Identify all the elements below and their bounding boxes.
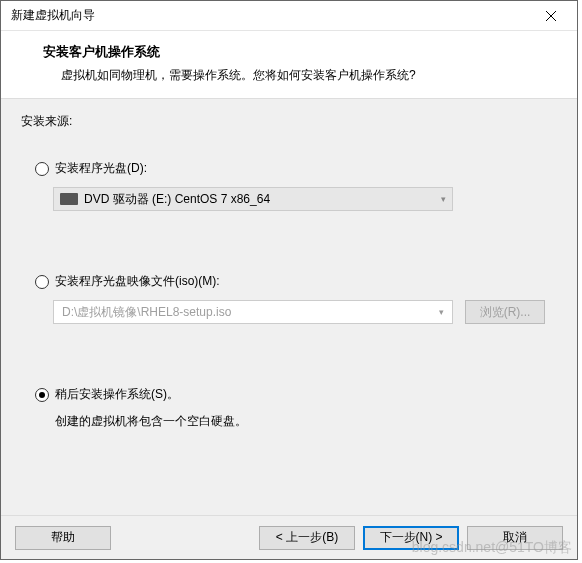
iso-path-text: D:\虚拟机镜像\RHEL8-setup.iso xyxy=(62,304,439,321)
option-disc: 安装程序光盘(D): DVD 驱动器 (E:) CentOS 7 x86_64 … xyxy=(21,160,557,211)
radio-iso-label: 安装程序光盘映像文件(iso)(M): xyxy=(55,273,220,290)
next-button[interactable]: 下一步(N) > xyxy=(363,526,459,550)
radio-later[interactable] xyxy=(35,388,49,402)
radio-iso[interactable] xyxy=(35,275,49,289)
option-later: 稍后安装操作系统(S)。 创建的虚拟机将包含一个空白硬盘。 xyxy=(21,386,557,430)
chevron-down-icon: ▾ xyxy=(439,307,444,317)
option-iso: 安装程序光盘映像文件(iso)(M): D:\虚拟机镜像\RHEL8-setup… xyxy=(21,273,557,324)
install-source-label: 安装来源: xyxy=(21,113,557,130)
help-button[interactable]: 帮助 xyxy=(15,526,111,550)
radio-disc-row[interactable]: 安装程序光盘(D): xyxy=(35,160,557,177)
dvd-icon xyxy=(60,193,78,205)
close-button[interactable] xyxy=(533,2,569,30)
radio-disc[interactable] xyxy=(35,162,49,176)
disc-dropdown-text: DVD 驱动器 (E:) CentOS 7 x86_64 xyxy=(84,191,441,208)
iso-path-combobox[interactable]: D:\虚拟机镜像\RHEL8-setup.iso ▾ xyxy=(53,300,453,324)
radio-later-row[interactable]: 稍后安装操作系统(S)。 xyxy=(35,386,557,403)
wizard-window: 新建虚拟机向导 安装客户机操作系统 虚拟机如同物理机，需要操作系统。您将如何安装… xyxy=(0,0,578,560)
option-later-desc: 创建的虚拟机将包含一个空白硬盘。 xyxy=(55,413,557,430)
header-description: 虚拟机如同物理机，需要操作系统。您将如何安装客户机操作系统? xyxy=(61,67,555,84)
close-icon xyxy=(546,11,556,21)
radio-iso-row[interactable]: 安装程序光盘映像文件(iso)(M): xyxy=(35,273,557,290)
titlebar: 新建虚拟机向导 xyxy=(1,1,577,31)
browse-button[interactable]: 浏览(R)... xyxy=(465,300,545,324)
header-panel: 安装客户机操作系统 虚拟机如同物理机，需要操作系统。您将如何安装客户机操作系统? xyxy=(1,31,577,98)
chevron-down-icon: ▾ xyxy=(441,194,446,204)
radio-later-label: 稍后安装操作系统(S)。 xyxy=(55,386,179,403)
header-title: 安装客户机操作系统 xyxy=(43,43,555,61)
cancel-button[interactable]: 取消 xyxy=(467,526,563,550)
window-title: 新建虚拟机向导 xyxy=(11,7,95,24)
footer-panel: 帮助 < 上一步(B) 下一步(N) > 取消 xyxy=(1,515,577,559)
body-panel: 安装来源: 安装程序光盘(D): DVD 驱动器 (E:) CentOS 7 x… xyxy=(1,98,577,515)
radio-disc-label: 安装程序光盘(D): xyxy=(55,160,147,177)
back-button[interactable]: < 上一步(B) xyxy=(259,526,355,550)
disc-dropdown[interactable]: DVD 驱动器 (E:) CentOS 7 x86_64 ▾ xyxy=(53,187,453,211)
